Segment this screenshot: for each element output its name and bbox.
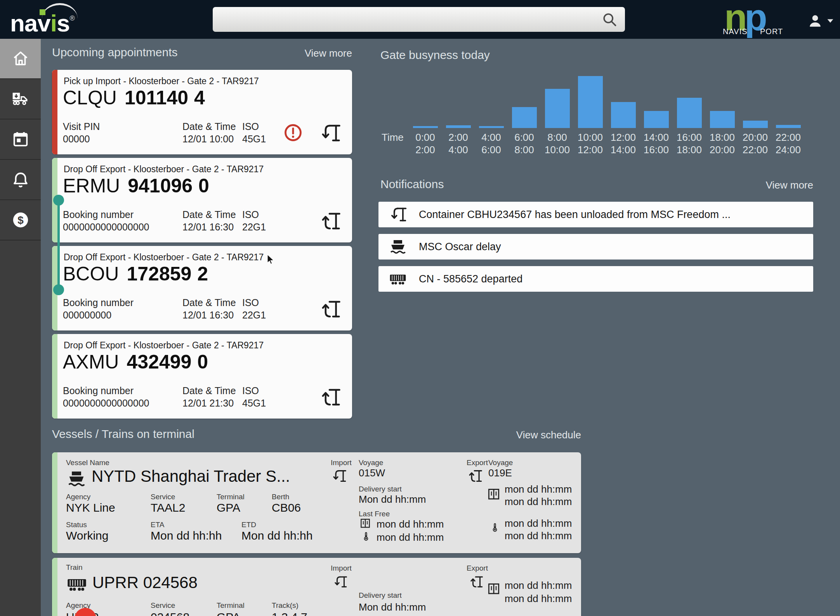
voyage-label: Voyage bbox=[488, 459, 513, 467]
field-value: 45G1 bbox=[242, 133, 266, 145]
notifications-title: Notifications bbox=[380, 178, 444, 191]
user-menu[interactable] bbox=[807, 11, 836, 31]
gate-chart-x-labels: 0:002:002:004:004:006:006:008:008:0010:0… bbox=[409, 131, 805, 156]
truck-icon bbox=[12, 90, 30, 108]
user-icon bbox=[807, 12, 824, 29]
status-value: Working bbox=[66, 529, 108, 542]
field-iso: ISO 22G1 bbox=[242, 296, 266, 321]
status-label: Status bbox=[66, 521, 87, 529]
sidebar-item-notifications[interactable] bbox=[0, 160, 41, 200]
chart-x-tick-label: 18:0020:00 bbox=[706, 131, 739, 156]
field-value: 0000000000000000 bbox=[63, 221, 149, 233]
train-card[interactable]: Train UPRR 024568 Import Export Delivery… bbox=[52, 558, 581, 616]
chart-x-tick-label: 14:0016:00 bbox=[640, 131, 673, 156]
vessel-name: NYTD Shanghai Trader S... bbox=[92, 467, 290, 486]
train-icon bbox=[389, 270, 407, 288]
ship-icon bbox=[389, 237, 407, 256]
ship-icon bbox=[66, 469, 87, 489]
export-label: Export bbox=[467, 459, 488, 467]
container-check-digit: 2 bbox=[197, 263, 208, 285]
container-prefix: BCOU bbox=[63, 263, 119, 285]
sidebar-item-truck-appointments[interactable] bbox=[0, 79, 41, 119]
search-bar bbox=[213, 7, 625, 32]
notification-row[interactable]: MSC Oscar delay bbox=[378, 234, 813, 260]
gate-chart-bars bbox=[409, 74, 805, 128]
crane-export-icon bbox=[468, 575, 484, 589]
sidebar-item-calendar[interactable] bbox=[0, 119, 41, 160]
container-digits: 432499 bbox=[127, 351, 191, 373]
gate-chart-x-axis-label: Time bbox=[382, 131, 404, 144]
field-value: 12/01 10:00 bbox=[182, 133, 236, 145]
chart-bar-column bbox=[706, 74, 739, 128]
service-value: TAAL2 bbox=[151, 501, 186, 514]
export-door-line2: mon dd hh:mm bbox=[505, 496, 572, 508]
gate-busyness-section: Gate busyness today Time 0:002:002:004:0… bbox=[378, 48, 813, 165]
etd-value: Mon dd hh:hh bbox=[241, 529, 312, 542]
sidebar-item-home[interactable] bbox=[0, 39, 41, 79]
main-content: Upcoming appointments View more Pick up … bbox=[41, 39, 840, 616]
dollar-icon: $ bbox=[12, 211, 30, 229]
chart-bar bbox=[677, 98, 702, 128]
chart-bar-column bbox=[640, 74, 673, 128]
chart-bar bbox=[776, 125, 801, 128]
field-label: Date & Time bbox=[182, 208, 236, 221]
berth-label: Berth bbox=[272, 493, 289, 501]
terminal-label: Terminal bbox=[217, 601, 245, 610]
vessel-card[interactable]: Vessel Name NYTD Shanghai Trader S... Ag… bbox=[52, 452, 581, 553]
calendar-icon bbox=[12, 130, 30, 148]
field-value: 12/01 21:30 bbox=[182, 397, 236, 409]
timeline-dot bbox=[53, 284, 64, 295]
chevron-down-icon bbox=[827, 19, 834, 23]
field-value: 22G1 bbox=[242, 221, 266, 233]
field-value: 00000 bbox=[63, 133, 100, 145]
chart-bar bbox=[743, 121, 768, 128]
view-schedule-link[interactable]: View schedule bbox=[516, 429, 581, 441]
container-prefix: ERMU bbox=[63, 175, 120, 197]
delivery-start-label: Delivery start bbox=[359, 591, 402, 600]
chart-x-tick-label: 12:0014:00 bbox=[607, 131, 640, 156]
chart-bar-column bbox=[409, 74, 442, 128]
voyage-value: 019E bbox=[488, 467, 512, 479]
chart-bar bbox=[611, 102, 636, 128]
field-iso: ISO 45G1 bbox=[242, 384, 266, 409]
train-icon bbox=[66, 576, 88, 593]
appointment-header: Pick up Import - Kloosterboer - Gate 2 -… bbox=[64, 76, 259, 87]
chart-x-tick-label: 0:002:00 bbox=[409, 131, 442, 156]
crane-export-icon bbox=[319, 299, 341, 320]
appointment-header: Drop Off Export - Klostoerboer - Gate 2 … bbox=[64, 252, 264, 263]
appointment-card[interactable]: Drop Off Export - Klostoerboer - Gate 2 … bbox=[52, 246, 352, 330]
field-value: 45G1 bbox=[242, 397, 266, 409]
appointment-card[interactable]: Pick up Import - Kloosterboer - Gate 2 -… bbox=[52, 70, 352, 154]
sidebar-item-billing[interactable]: $ bbox=[0, 200, 41, 241]
field-datetime: Date & Time 12/01 16:30 bbox=[182, 296, 236, 321]
terminal-title: Vessels / Trains on terminal bbox=[52, 427, 194, 441]
terminal-value: GPA bbox=[217, 611, 240, 616]
field-label: Date & Time bbox=[182, 296, 236, 309]
appointments-view-more-link[interactable]: View more bbox=[305, 47, 352, 59]
notification-row[interactable]: CN - 585652 departed bbox=[378, 266, 813, 292]
card-accent-stripe bbox=[52, 70, 57, 154]
field-booking-number: Booking number 000000000 bbox=[63, 296, 134, 321]
export-temp-line2: mon dd hh:mm bbox=[505, 530, 572, 542]
thermometer-icon bbox=[490, 521, 500, 534]
search-input[interactable] bbox=[213, 7, 601, 32]
appointment-card[interactable]: Drop Off Export - Klostoerboer - Gate 2 … bbox=[52, 334, 352, 419]
notifications-section: Notifications View more Container CBHU23… bbox=[378, 178, 813, 199]
field-value: 000000000 bbox=[63, 309, 134, 321]
crane-import-icon bbox=[332, 575, 348, 589]
agency-value: NYK Line bbox=[66, 501, 115, 514]
voyage-label: Voyage bbox=[359, 459, 383, 467]
navis-port-logo: n p NAVIS PORT bbox=[724, 2, 786, 38]
agency-label: Agency bbox=[66, 493, 90, 501]
appointment-card[interactable]: Drop Off Export - Kloosterboer - Gate 2 … bbox=[52, 158, 352, 242]
terminal-label: Terminal bbox=[217, 493, 245, 501]
card-accent-stripe bbox=[52, 558, 57, 616]
chart-bar-column bbox=[541, 74, 574, 128]
container-door-icon bbox=[486, 487, 502, 502]
train-name: UPRR 024568 bbox=[92, 573, 198, 592]
search-icon[interactable] bbox=[601, 11, 618, 28]
notifications-view-more-link[interactable]: View more bbox=[766, 179, 813, 191]
chart-x-tick-label: 2:004:00 bbox=[442, 131, 475, 156]
notification-row[interactable]: Container CBHU234567 has been unloaded f… bbox=[378, 202, 813, 227]
chart-x-tick-label: 8:0010:00 bbox=[541, 131, 574, 156]
